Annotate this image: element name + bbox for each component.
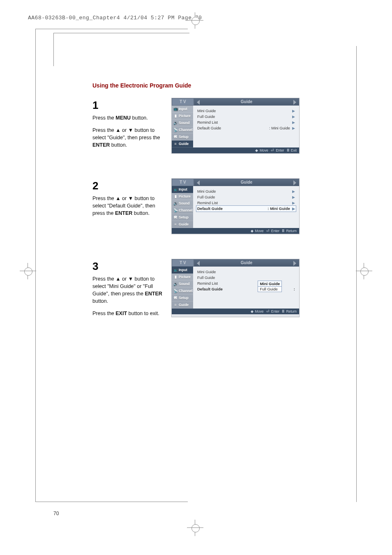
tv-tab: T V <box>172 179 194 186</box>
side-tab-input: 📺Input <box>172 186 193 193</box>
tv-row: Full Guide▶ <box>196 114 296 120</box>
tv-side-tabs: 📺Input▮Picture🔊Sound📡Channel🛠Setup≡Guide <box>172 106 193 147</box>
input-icon: 📺 <box>173 187 178 191</box>
tv-tab: T V <box>172 98 194 106</box>
picture-icon: ▮ <box>173 114 178 118</box>
tv-menu-screenshot-1: T V Guide 📺Input▮Picture🔊Sound📡Channel🛠S… <box>171 98 300 154</box>
footer-move-icon: ◆ <box>251 229 254 233</box>
tv-row-selected: Default Guide: Mini Guide ▶ <box>196 206 296 212</box>
side-tab-sound: 🔊Sound <box>172 120 193 127</box>
footer-move-icon: ◆ <box>251 309 254 313</box>
step-1-text: 1 Press the MENU button.Press the ▲ or ▼… <box>92 98 162 154</box>
footer-enter-icon: ⏎ <box>266 309 270 313</box>
channel-icon: 📡 <box>173 208 178 212</box>
dropdown-option-selected: Mini Guide <box>258 281 281 286</box>
step-2-text: 2 Press the ▲ or ▼ button to select "Def… <box>92 178 162 234</box>
setup-icon: 🛠 <box>173 215 178 219</box>
footer-enter-icon: ⏎ <box>271 148 274 152</box>
tv-title: Guide <box>194 259 299 267</box>
tv-main-2: Mini Guide▶ Full Guide▶ Remind List▶ Def… <box>193 186 299 228</box>
step-2-number: 2 <box>92 178 162 194</box>
channel-icon: 📡 <box>173 128 178 132</box>
tv-menu-screenshot-2: T V Guide 📺Input▮Picture🔊Sound📡Channel🛠S… <box>171 178 300 234</box>
tv-tab: T V <box>172 259 194 267</box>
footer-enter-icon: ⏎ <box>266 229 270 233</box>
footer-exit-icon: Ⅲ <box>287 148 289 152</box>
side-tab-input: 📺Input <box>172 267 193 274</box>
side-tab-channel: 📡Channel <box>172 288 193 295</box>
side-tab-picture: ▮Picture <box>172 274 193 281</box>
tv-side-tabs: 📺Input▮Picture🔊Sound📡Channel🛠Setup≡Guide <box>172 267 193 309</box>
step-3-body: Press the ▲ or ▼ button to select "Mini … <box>92 275 162 318</box>
side-tab-channel: 📡Channel <box>172 207 193 214</box>
tv-footer: ◆Move ⏎Enter ⅢExit <box>172 147 299 153</box>
side-tab-setup: 🛠Setup <box>172 134 193 140</box>
tv-row: Default Guide: Mini Guide ▶ <box>196 125 296 131</box>
tv-row: Mini Guide▶ <box>196 108 296 114</box>
side-tab-picture: ▮Picture <box>172 113 193 120</box>
side-tab-setup: 🛠Setup <box>172 214 193 221</box>
setup-icon: 🛠 <box>173 296 178 300</box>
step-3: 3 Press the ▲ or ▼ button to select "Min… <box>92 259 323 317</box>
step-1-body: Press the MENU button.Press the ▲ or ▼ b… <box>92 114 162 149</box>
dropdown-option: Full Guide <box>258 286 281 292</box>
tv-row: Full Guide▶ <box>196 194 296 200</box>
registration-mark-left <box>20 263 36 279</box>
sound-icon: 🔊 <box>173 201 178 205</box>
step-3-number: 3 <box>92 259 162 274</box>
registration-mark-top <box>187 12 203 29</box>
tv-footer: ◆Move ⏎Enter ⅢReturn <box>172 309 299 314</box>
channel-icon: 📡 <box>173 289 178 293</box>
footer-move-icon: ◆ <box>255 148 258 152</box>
guide-icon: ≡ <box>173 222 178 226</box>
print-header: AA68-03263B-00_eng_Chapter4 4/21/04 5:27… <box>28 15 202 21</box>
footer-return-icon: Ⅲ <box>282 229 284 233</box>
tv-main-1: Mini Guide▶ Full Guide▶ Remind List▶ Def… <box>193 106 299 147</box>
tv-title: Guide <box>194 98 299 106</box>
picture-icon: ▮ <box>173 275 178 279</box>
tv-main-3: Mini Guide Full Guide Remind List Defaul… <box>193 267 299 309</box>
tv-menu-screenshot-3: T V Guide 📺Input▮Picture🔊Sound📡Channel🛠S… <box>171 259 300 317</box>
side-tab-sound: 🔊Sound <box>172 281 193 288</box>
side-tab-guide: ≡Guide <box>172 140 193 147</box>
sound-icon: 🔊 <box>173 282 178 286</box>
step-1-number: 1 <box>92 98 162 113</box>
picture-icon: ▮ <box>173 194 178 198</box>
input-icon: 📺 <box>173 268 178 272</box>
side-tab-sound: 🔊Sound <box>172 200 193 207</box>
input-icon: 📺 <box>173 107 178 111</box>
step-1: 1 Press the MENU button.Press the ▲ or ▼… <box>92 98 323 154</box>
footer-return-icon: Ⅲ <box>282 309 284 313</box>
step-2: 2 Press the ▲ or ▼ button to select "Def… <box>92 178 323 234</box>
registration-mark-right <box>356 263 372 279</box>
tv-title: Guide <box>194 179 299 186</box>
side-tab-guide: ≡Guide <box>172 302 193 309</box>
tv-row: Mini Guide <box>196 269 296 275</box>
side-tab-input: 📺Input <box>172 106 193 113</box>
tv-footer: ◆Move ⏎Enter ⅢReturn <box>172 228 299 234</box>
tv-row: Full Guide <box>196 275 296 281</box>
guide-icon: ≡ <box>173 142 178 146</box>
guide-icon: ≡ <box>173 303 178 307</box>
tv-row: Mini Guide▶ <box>196 189 296 194</box>
step-3-text: 3 Press the ▲ or ▼ button to select "Min… <box>92 259 162 317</box>
default-guide-dropdown: Mini Guide Full Guide <box>258 281 282 292</box>
page-number: 70 <box>53 511 59 516</box>
side-tab-guide: ≡Guide <box>172 221 193 228</box>
registration-mark-bottom <box>187 520 203 536</box>
side-tab-setup: 🛠Setup <box>172 295 193 302</box>
sound-icon: 🔊 <box>173 121 178 125</box>
side-tab-channel: 📡Channel <box>172 127 193 134</box>
side-tab-picture: ▮Picture <box>172 193 193 200</box>
tv-row: Remind List▶ <box>196 200 296 206</box>
section-title: Using the Electronic Program Guide <box>92 82 323 89</box>
crop-mark-inner <box>53 33 189 66</box>
tv-row: Remind List▶ <box>196 120 296 125</box>
step-2-body: Press the ▲ or ▼ button to select "Defau… <box>92 195 162 217</box>
page-content: Using the Electronic Program Guide 1 Pre… <box>92 82 323 342</box>
setup-icon: 🛠 <box>173 135 178 139</box>
tv-side-tabs: 📺Input▮Picture🔊Sound📡Channel🛠Setup≡Guide <box>172 186 193 228</box>
